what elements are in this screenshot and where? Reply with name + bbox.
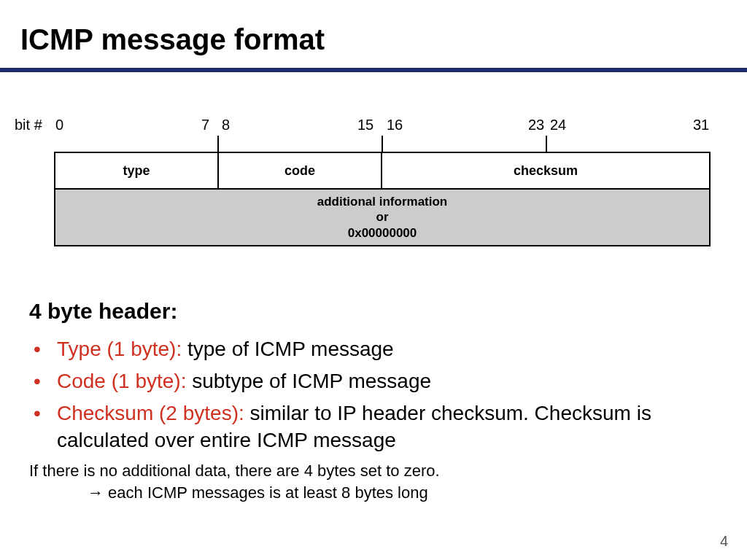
- bit-label-16: 16: [387, 117, 403, 133]
- body-text: 4 byte header: Type (1 byte): type of IC…: [29, 299, 715, 504]
- field-type: type: [55, 153, 219, 188]
- bullet-desc: type of ICMP message: [187, 338, 394, 360]
- footnote: If there is no additional data, there ar…: [29, 460, 715, 503]
- bit-label-15: 15: [357, 117, 374, 133]
- tick-15-16: [382, 136, 383, 152]
- bit-label-24: 24: [550, 117, 566, 133]
- bullet-term: Type (1 byte):: [57, 338, 187, 360]
- packet-row-additional: additional information or 0x00000000: [55, 188, 709, 245]
- additional-line2: or: [376, 209, 389, 225]
- slide-title: ICMP message format: [0, 0, 747, 68]
- page-number: 4: [720, 533, 728, 550]
- field-checksum: checksum: [382, 153, 709, 188]
- bit-label-8: 8: [222, 117, 230, 133]
- bullet-list: Type (1 byte): type of ICMP message Code…: [29, 335, 715, 454]
- packet-box: type code checksum additional informatio…: [54, 152, 711, 246]
- bullet-term: Checksum (2 bytes):: [57, 402, 250, 424]
- note-line1: If there is no additional data, there ar…: [29, 462, 440, 480]
- bit-label-31: 31: [693, 117, 709, 133]
- subheading: 4 byte header:: [29, 299, 715, 324]
- bullet-checksum: Checksum (2 bytes): similar to IP header…: [32, 400, 715, 455]
- bit-hash-label: bit #: [15, 117, 42, 133]
- bit-label-7: 7: [201, 117, 209, 133]
- packet-row-header: type code checksum: [55, 153, 709, 188]
- bit-label-23: 23: [528, 117, 544, 133]
- horizontal-rule: [0, 68, 747, 72]
- tick-23-24: [546, 136, 547, 152]
- note-line2: → each ICMP messages is at least 8 bytes…: [29, 482, 715, 504]
- bullet-code: Code (1 byte): subtype of ICMP message: [32, 368, 715, 395]
- field-code: code: [219, 153, 382, 188]
- bullet-desc: subtype of ICMP message: [192, 370, 431, 392]
- bit-label-0: 0: [55, 117, 63, 133]
- additional-line3: 0x00000000: [348, 225, 417, 241]
- bullet-type: Type (1 byte): type of ICMP message: [32, 335, 715, 363]
- bullet-term: Code (1 byte):: [57, 370, 192, 392]
- additional-line1: additional information: [317, 194, 448, 209]
- tick-7-8: [217, 136, 219, 152]
- slide: ICMP message format bit # 0 7 8 15 16 23…: [0, 0, 747, 560]
